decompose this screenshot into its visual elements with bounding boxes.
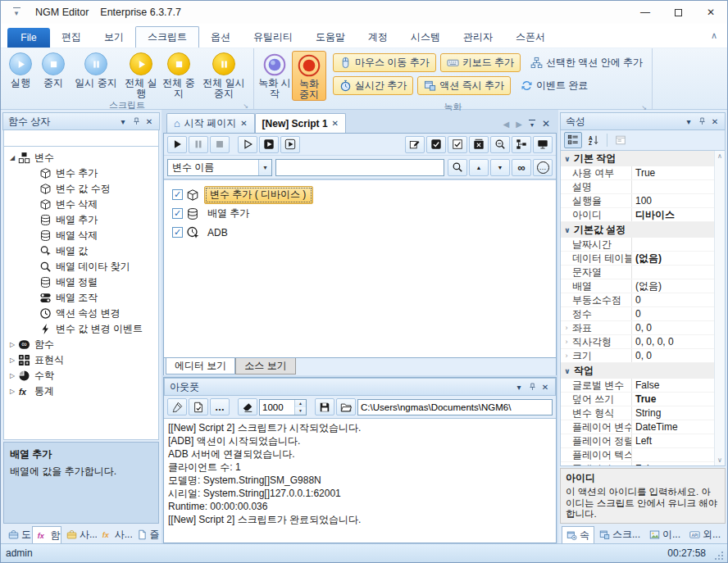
right-dock-tab-3[interactable]: API외...: [685, 526, 725, 543]
property-value[interactable]: True: [631, 393, 714, 406]
property-row[interactable]: 실행율100: [561, 194, 714, 208]
minimize-button[interactable]: —: [629, 1, 662, 24]
menu-item-5[interactable]: 도움말: [304, 26, 357, 48]
property-row[interactable]: 플레이어 변수DateTime: [561, 420, 714, 434]
right-dock-tab-2[interactable]: 이...: [645, 526, 685, 543]
log-to-file-button[interactable]: [189, 398, 208, 415]
tree-item-3[interactable]: 변수 삭제: [4, 197, 158, 212]
property-row[interactable]: 글로벌 변수False: [561, 379, 714, 393]
tab-list-icon[interactable]: ▾: [529, 120, 535, 129]
scroll-down-icon[interactable]: ∨: [717, 456, 722, 464]
record-option-row2-2[interactable]: 이벤트 완료: [515, 76, 594, 95]
word-wrap-button[interactable]: …: [210, 398, 230, 415]
run-step-button[interactable]: [280, 136, 300, 153]
spin-up-icon[interactable]: ▲: [295, 400, 306, 407]
property-value[interactable]: 0, 0: [631, 321, 714, 334]
tree-item-14[interactable]: ▷수학: [4, 368, 158, 384]
play-outline-button[interactable]: [238, 136, 257, 153]
menu-item-0[interactable]: 편집: [50, 26, 93, 48]
menu-item-7[interactable]: 시스템: [399, 26, 452, 48]
property-row[interactable]: 배열(없음): [561, 279, 714, 293]
tree-item-13[interactable]: ▷표현식: [4, 352, 158, 368]
close-icon[interactable]: ✕: [143, 117, 156, 126]
property-grid-scrollbar[interactable]: ∧ ∨: [714, 151, 725, 465]
menu-item-3[interactable]: 옵션: [199, 26, 242, 48]
expander-expanded-icon[interactable]: ◢: [7, 154, 17, 161]
tree-item-1[interactable]: 변수 추가: [4, 166, 158, 181]
property-row[interactable]: 플레이어 텍스트: [561, 448, 714, 462]
record-option-row2-1[interactable]: 액션 즉시 추가: [417, 76, 511, 95]
document-tab-0[interactable]: ⌂시작 페이지✕: [166, 113, 255, 133]
property-value[interactable]: [631, 238, 714, 251]
row-expander-icon[interactable]: ›: [561, 338, 572, 346]
expander-collapsed-icon[interactable]: ▷: [7, 372, 17, 379]
close-tab-icon[interactable]: ✕: [332, 119, 339, 128]
quick-access-icon[interactable]: ▾: [9, 7, 24, 17]
view-tab-1[interactable]: 소스 보기: [235, 358, 295, 375]
property-value[interactable]: True: [631, 166, 714, 179]
record-option-row1-2[interactable]: 선택한 액션 안에 추가: [525, 53, 648, 72]
property-pages-button[interactable]: [612, 132, 630, 148]
action-checkbox[interactable]: ✓: [172, 208, 183, 219]
property-row[interactable]: ›크기0, 0: [561, 349, 714, 363]
tree-item-10[interactable]: 액션 속성 변경: [4, 306, 158, 321]
tree-item-7[interactable]: 배열 데이타 찾기: [4, 259, 158, 275]
property-value[interactable]: False: [631, 379, 714, 392]
tree-item-6[interactable]: 배열 값: [4, 243, 158, 259]
tree-item-11[interactable]: 변수 값 변경 이벤트: [4, 321, 158, 337]
dialog-launcher-icon[interactable]: ↘: [243, 102, 248, 110]
action-checkbox[interactable]: ✓: [172, 189, 183, 200]
right-dock-tab-0[interactable]: 속: [562, 526, 594, 543]
record-option-row1-1[interactable]: 키보드 추가: [440, 53, 521, 72]
run-dark-button[interactable]: [259, 136, 279, 153]
tree-item-0[interactable]: ◢변수: [4, 150, 158, 166]
menu-item-8[interactable]: 관리자: [452, 26, 504, 48]
tree-item-8[interactable]: 배열 정렬: [4, 275, 158, 290]
action-item-1[interactable]: ✓배열 추가: [172, 204, 556, 223]
function-search-row[interactable]: [3, 130, 159, 147]
tree-item-9[interactable]: 배열 조작: [4, 290, 158, 306]
left-dock-tab-1[interactable]: fx함: [32, 526, 61, 543]
panel-menu-icon[interactable]: ▾: [682, 117, 695, 126]
property-value[interactable]: Left: [631, 434, 714, 447]
close-tab-icon[interactable]: ✕: [240, 119, 247, 128]
search-field-combo[interactable]: 변수 이름 ▾: [167, 159, 272, 176]
property-category-1[interactable]: ∨기본값 설정: [561, 222, 714, 238]
output-log[interactable]: [[New] Script 2] 스크립트가 시작되었습니다.[ADB] 액션이…: [164, 418, 556, 543]
property-value[interactable]: String: [631, 406, 714, 420]
property-value[interactable]: [631, 266, 714, 279]
pin-icon[interactable]: [130, 117, 143, 126]
edit-run-button[interactable]: [405, 136, 425, 153]
autoscroll-button[interactable]: [167, 398, 187, 415]
clear-output-button[interactable]: [238, 398, 257, 415]
categorized-button[interactable]: [564, 132, 582, 148]
ribbon-collapse-icon[interactable]: ∧: [711, 30, 717, 41]
check-button[interactable]: [448, 136, 467, 153]
zoom-out-button[interactable]: [490, 136, 510, 153]
close-document-icon[interactable]: ✕: [542, 118, 550, 129]
ribbon-button-3[interactable]: 전체 실행: [122, 50, 160, 99]
property-row[interactable]: ›직사각형0, 0, 0, 0: [561, 335, 714, 349]
scroll-up-icon[interactable]: ∧: [717, 152, 722, 160]
view-tab-0[interactable]: 에디터 보기: [166, 358, 235, 375]
property-value[interactable]: DateTime: [631, 420, 714, 434]
ribbon-button-5[interactable]: 전체 일시 중지: [198, 50, 250, 99]
property-row[interactable]: 데이터 테이블(없음): [561, 252, 714, 266]
search-input[interactable]: [275, 159, 444, 176]
tree-item-12[interactable]: ▷∞함수: [4, 337, 158, 352]
property-row[interactable]: 정수0: [561, 307, 714, 321]
expander-collapsed-icon[interactable]: ▷: [7, 341, 17, 348]
property-row[interactable]: 사용 여부True: [561, 166, 714, 180]
expander-collapsed-icon[interactable]: ▷: [7, 356, 17, 364]
spin-down-icon[interactable]: ▼: [295, 407, 306, 415]
property-row[interactable]: 플레이어False: [561, 462, 714, 466]
property-row[interactable]: 아이디디바이스: [561, 208, 714, 222]
loop-button[interactable]: ∞: [512, 159, 531, 176]
property-value[interactable]: 디바이스: [631, 208, 714, 221]
property-value[interactable]: (없음): [631, 279, 714, 293]
property-row[interactable]: 변수 형식String: [561, 406, 714, 420]
left-dock-tab-2[interactable]: 사...: [62, 526, 97, 543]
menu-file-button[interactable]: File: [7, 28, 50, 48]
row-expander-icon[interactable]: ›: [561, 352, 572, 360]
menu-item-9[interactable]: 스폰서: [504, 26, 557, 48]
